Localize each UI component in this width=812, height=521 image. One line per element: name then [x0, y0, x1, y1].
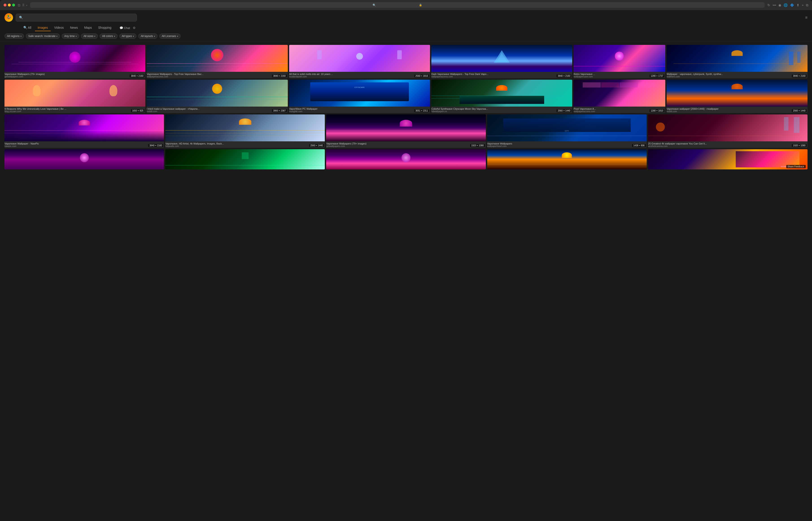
ddg-header: 🦆 🔍 vaporwave ≡ 🔍 All Images Videos News… — [0, 10, 812, 31]
tab-shopping[interactable]: Shopping — [95, 24, 114, 31]
list-item[interactable]: 3840 × 2160 Vaporwave Wallpapers - Top F… — [147, 45, 287, 78]
list-item[interactable]: 3840 × 2160 Dark Vaporwave Wallpapers - … — [431, 45, 572, 78]
rss-icon[interactable]: ◉ — [779, 3, 781, 7]
list-item[interactable]: 3840 × 2160 Wallpaper : vaporwave, cyber… — [667, 45, 808, 78]
list-item[interactable]: TECHNOLOGY Share Feedback — [648, 149, 808, 169]
tab-images[interactable]: Images — [35, 24, 51, 31]
chevron-down-icon: ▾ — [177, 35, 178, 38]
minimize-button[interactable] — [8, 4, 11, 6]
item-info: Vaporwave Wallpapers wallpaperheart.com — [487, 141, 647, 148]
item-title: VaporWave PC Wallpaper — [289, 108, 430, 110]
item-info: Vaporwave Wallpaper - NawPic nawpic.com — [4, 141, 164, 148]
filter-all-sizes[interactable]: All sizes ▾ — [81, 33, 98, 39]
filter-all-types[interactable]: All types ▾ — [119, 33, 136, 39]
list-item[interactable]: 2560 × 1440 Vaporwave, HD Artist, 4k Wal… — [165, 114, 325, 148]
item-info: All that is solid melts into air: 10 yea… — [289, 72, 430, 78]
image-dimensions: 3840 × 2160 — [130, 74, 144, 77]
nav-tabs: 🔍 All Images Videos News Maps Shopping 💬… — [9, 24, 136, 31]
nav-row: 🔍 All Images Videos News Maps Shopping 💬… — [4, 24, 808, 31]
traffic-lights — [4, 4, 15, 6]
maximize-button[interactable] — [12, 4, 15, 6]
list-item[interactable]: 1920 × 1080 Vaporwave Wallpapers (79+ im… — [326, 114, 486, 148]
list-item[interactable]: 3840 × 2160 Vaporwave Wallpapers (79+ im… — [4, 45, 145, 78]
search-icon: 🔍 — [373, 4, 376, 7]
chat-icon[interactable]: 💬 Chat — [120, 26, 130, 30]
list-item[interactable]: 2560 × 1816 All that is solid melts into… — [289, 45, 430, 78]
reload-icon[interactable]: ↻ — [767, 3, 770, 7]
list-item[interactable] — [487, 149, 647, 169]
window-icon[interactable]: ⧉ — [806, 3, 808, 7]
filter-all-colors-label: All colors — [102, 35, 113, 38]
tab-maps[interactable]: Maps — [82, 24, 94, 31]
filter-regions[interactable]: All regions ▾ — [4, 33, 24, 39]
search-box[interactable]: 🔍 vaporwave — [16, 14, 137, 22]
item-domain: wallpaperaccess.com — [431, 75, 572, 78]
item-title: Vaporwave Wallpapers - Top Free Vaporwav… — [147, 73, 287, 75]
filter-all-licenses[interactable]: All Licenses ▾ — [159, 33, 181, 39]
item-title: Vaporwave, HD Artist, 4k Wallpapers, Ima… — [165, 142, 325, 145]
header-menu-icon[interactable]: ≡ — [805, 15, 808, 20]
share-feedback-button[interactable]: Share Feedback — [786, 165, 806, 168]
item-info: 9 Reasons Why We Unironically Love Vapor… — [4, 107, 145, 113]
item-title: Vaporwave Wallpapers (79+ images) — [326, 142, 486, 145]
share-icon[interactable]: ⬆ — [796, 3, 799, 7]
grid-icon[interactable]: ⠿ — [22, 3, 24, 7]
list-item[interactable]: 1650 × 825 9 Reasons Why We Unironically… — [4, 80, 145, 113]
search-row: 🦆 🔍 vaporwave ≡ — [4, 13, 808, 22]
chevron-down-icon: ▾ — [20, 35, 22, 38]
list-item[interactable]: 2560 × 1440 Vaporwave wallpaper [2560×14… — [667, 80, 808, 113]
item-title: Vaporwave wallpaper [2560×1440] : r/wall… — [667, 108, 808, 110]
filter-safe-search[interactable]: Safe search: moderate ▾ — [26, 33, 60, 39]
more-icon[interactable]: ••• — [772, 3, 776, 7]
list-item[interactable]: 3993 × 2387 I tried make a Vaporwave wal… — [147, 80, 287, 113]
new-tab-icon[interactable]: + — [802, 3, 804, 7]
item-domain: mungfali.com — [289, 110, 430, 113]
list-item[interactable] — [326, 149, 486, 169]
chevron-down-icon: ▾ — [154, 35, 155, 38]
filter-any-time[interactable]: Any time ▾ — [62, 33, 79, 39]
ddg-logo[interactable]: 🦆 — [4, 13, 13, 22]
back-icon[interactable]: ‹ — [26, 3, 27, 7]
item-info: VaporWave PC Wallpaper mungfali.com — [289, 107, 430, 113]
image-dimensions: 2560 × 1816 — [414, 74, 429, 77]
list-item[interactable] — [165, 149, 325, 169]
list-item[interactable]: 3840 × 2160 Vaporwave Wallpaper - NawPic… — [4, 114, 164, 148]
list-item[interactable]: CITYSCAPE 3051 × 2311 VaporWave PC Wallp… — [289, 80, 430, 113]
address-input[interactable]: vaporwave — [377, 3, 418, 7]
image-dimensions: 3051 × 2311 — [414, 109, 429, 112]
image-dimensions: 1920 × 1080 — [470, 144, 485, 147]
list-item[interactable]: 2560 × 1440 Colorful Synthwave Cityscape… — [431, 80, 572, 113]
filter-all-colors[interactable]: All colors ▾ — [99, 33, 118, 39]
image-row-2: 1650 × 825 9 Reasons Why We Unironically… — [4, 80, 808, 113]
image-dimensions: 1280 × 1737 — [650, 74, 665, 77]
list-item[interactable]: CITY 1438 × 806 Vaporwave Wallpapers wal… — [487, 114, 647, 148]
list-item[interactable]: 1280 × 1737 Retro Vaporwave ... wallpape… — [574, 45, 665, 78]
tab-all[interactable]: 🔍 All — [21, 24, 34, 31]
item-title: Dark Vaporwave Wallpapers - Top Free Dar… — [431, 73, 572, 75]
settings-icon[interactable]: ⚙ — [133, 26, 136, 30]
image-dimensions: 3840 × 2160 — [148, 144, 163, 147]
list-item[interactable] — [4, 149, 164, 169]
image-dimensions: 1920 × 1080 — [792, 144, 807, 147]
address-bar[interactable]: 🔍 vaporwave 🔒 — [30, 2, 765, 8]
filter-all-sizes-label: All sizes — [84, 35, 93, 38]
list-item[interactable]: 1920 × 1080 25 Greatest 4k wallpaper vap… — [648, 114, 808, 148]
chevron-down-icon: ▾ — [56, 35, 57, 38]
image-row-3: 3840 × 2160 Vaporwave Wallpaper - NawPic… — [4, 114, 808, 148]
globe-icon[interactable]: 🌐 — [784, 3, 788, 7]
tab-news[interactable]: News — [67, 24, 80, 31]
list-item[interactable]: 1280 × 1810 Pixel Vaporwave A... wallpap… — [574, 80, 665, 113]
tab-videos[interactable]: Videos — [52, 24, 67, 31]
item-info: Dark Vaporwave Wallpapers - Top Free Dar… — [431, 72, 572, 78]
search-input[interactable]: vaporwave — [25, 16, 134, 20]
image-grid-container: 3840 × 2160 Vaporwave Wallpapers (79+ im… — [0, 41, 812, 174]
item-domain: hdwallpapers.in — [431, 110, 572, 113]
item-title: Colorful Synthwave Cityscape Moon Sky Va… — [431, 108, 572, 110]
tab-icon[interactable]: ⊡ — [18, 3, 20, 7]
item-domain: wallpaperaccess.com — [147, 75, 287, 78]
filter-all-layouts[interactable]: All layouts ▾ — [138, 33, 158, 39]
filter-regions-label: All regions — [7, 35, 20, 38]
close-button[interactable] — [4, 4, 6, 6]
item-title: I tried make a Vaporwave wallpaper : r/V… — [147, 108, 287, 110]
extension-icon[interactable]: 🔷 — [790, 3, 794, 7]
